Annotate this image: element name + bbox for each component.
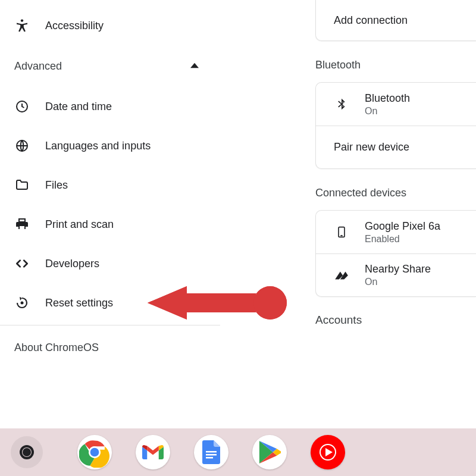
pair-new-device-row[interactable]: Pair new device (316, 126, 476, 168)
sidebar-item-files[interactable]: Files (0, 165, 220, 205)
main-content: Add connection Bluetooth Bluetooth On Pa… (220, 0, 476, 476)
phone-row[interactable]: Google Pixel 6a Enabled (316, 211, 476, 253)
nearby-share-title: Nearby Share (365, 263, 431, 275)
reset-icon (14, 295, 30, 311)
sidebar-advanced-label: Advanced (14, 60, 62, 73)
bluetooth-title: Bluetooth (365, 92, 410, 105)
bluetooth-section-header: Bluetooth (315, 41, 476, 82)
shelf (0, 428, 476, 476)
svg-rect-11 (206, 451, 217, 453)
add-connection-card: Add connection (315, 0, 476, 41)
sidebar-item-label: Accessibility (45, 20, 104, 32)
add-connection-label: Add connection (334, 14, 408, 27)
sidebar-advanced-toggle[interactable]: Advanced (0, 45, 220, 87)
svg-point-0 (21, 19, 23, 21)
sidebar-item-label: Languages and inputs (45, 140, 151, 152)
sidebar-item-reset-settings[interactable]: Reset settings (0, 283, 220, 322)
svg-rect-3 (20, 226, 24, 229)
accounts-section-header: Accounts (315, 297, 476, 327)
pair-new-device-label: Pair new device (334, 141, 409, 154)
launcher-dot-icon (23, 448, 31, 456)
sidebar: Accessibility Advanced Date and time Lan… (0, 0, 220, 476)
sidebar-item-label: Date and time (45, 101, 112, 113)
shelf-apps (77, 435, 345, 469)
bluetooth-row[interactable]: Bluetooth On (316, 83, 476, 126)
sidebar-item-about[interactable]: About ChromeOS (0, 325, 220, 369)
globe-icon (14, 138, 30, 154)
phone-icon (334, 224, 349, 240)
sidebar-item-accessibility[interactable]: Accessibility (0, 6, 220, 45)
phone-name: Google Pixel 6a (365, 220, 440, 233)
sidebar-item-label: Print and scan (45, 218, 114, 231)
phone-status: Enabled (365, 234, 440, 245)
gmail-app-icon[interactable] (136, 435, 170, 469)
svg-rect-13 (206, 457, 213, 459)
svg-rect-12 (206, 454, 217, 456)
chrome-app-icon[interactable] (77, 435, 112, 469)
sidebar-item-date-time[interactable]: Date and time (0, 87, 220, 126)
connected-devices-section-header: Connected devices (315, 169, 476, 210)
add-connection-row[interactable]: Add connection (316, 0, 476, 40)
code-icon (14, 256, 30, 271)
bluetooth-card: Bluetooth On Pair new device (315, 82, 476, 169)
accessibility-icon (14, 18, 30, 33)
sidebar-item-label: Files (45, 179, 68, 192)
sidebar-item-label: Developers (45, 258, 99, 270)
bluetooth-icon (334, 96, 349, 112)
sidebar-item-languages[interactable]: Languages and inputs (0, 126, 220, 165)
connected-devices-card: Google Pixel 6a Enabled Nearby Share On (315, 210, 476, 297)
chevron-up-icon (190, 60, 199, 73)
launcher-button[interactable] (11, 436, 43, 468)
nearby-share-row[interactable]: Nearby Share On (316, 253, 476, 296)
printer-icon (14, 217, 30, 232)
docs-app-icon[interactable] (194, 435, 228, 469)
youtube-music-app-icon[interactable] (311, 435, 345, 469)
sidebar-item-developers[interactable]: Developers (0, 244, 220, 283)
bluetooth-status: On (365, 106, 410, 117)
sidebar-about-label: About ChromeOS (14, 342, 99, 354)
sidebar-item-label: Reset settings (45, 297, 113, 309)
nearby-share-status: On (365, 277, 431, 287)
play-store-app-icon[interactable] (252, 435, 287, 469)
nearby-share-icon (334, 268, 349, 283)
sidebar-item-print-scan[interactable]: Print and scan (0, 205, 220, 244)
svg-point-4 (21, 302, 24, 305)
clock-icon (14, 99, 30, 114)
folder-icon (14, 177, 30, 193)
